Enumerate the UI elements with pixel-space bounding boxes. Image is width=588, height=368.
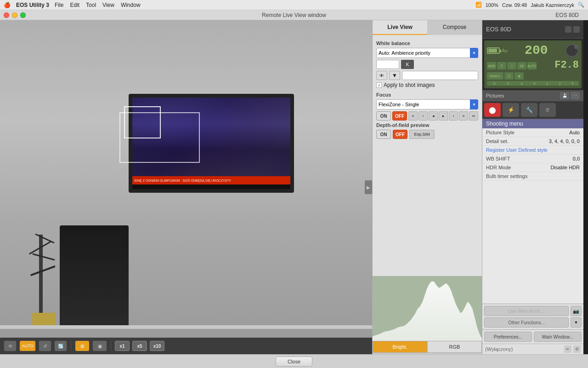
shooting-menu-title: Shooting menu [482, 119, 583, 128]
focus-nav-far-far[interactable]: « [408, 111, 418, 121]
tab-live-view[interactable]: Live View [373, 20, 427, 35]
bulb-row[interactable]: Bulb timer settings [482, 172, 583, 181]
rotate-btn[interactable]: ⟲ [4, 340, 17, 351]
picture-style-row[interactable]: Picture Style Auto [482, 128, 583, 137]
af-icon: □ [507, 62, 516, 69]
focus-off-btn[interactable]: OFF [392, 111, 407, 121]
wb-value-input[interactable] [376, 60, 399, 69]
focus-on-btn[interactable]: ON [376, 111, 391, 121]
flash-btn[interactable]: ⚡ [503, 103, 519, 117]
focus-nav-far[interactable]: ‹ [418, 111, 428, 121]
other-functions-btn[interactable]: Other Functions... [484, 317, 569, 328]
wb-mode-select[interactable]: Auto: Ambience priority [376, 48, 470, 58]
inactive-label: (Wyłączony) ✏ ⚙ [482, 344, 583, 354]
live-view-shoot-btn[interactable]: Live View shoot.... [484, 306, 569, 316]
more-icon[interactable]: ⋯ [571, 92, 580, 99]
wifi-icon: 📶 [475, 2, 482, 8]
zoom-x5-label[interactable]: x5 [132, 341, 147, 351]
battery-icon [487, 47, 500, 54]
close-window-btn[interactable] [4, 12, 9, 18]
wb-shift-label: WB SHIFT [486, 156, 510, 161]
maximize-btn[interactable] [20, 12, 26, 18]
inactive-text: (Wyłączony) [485, 346, 513, 352]
register-row[interactable]: Register User Defined style [482, 146, 583, 155]
zoom-x10-label[interactable]: x10 [150, 341, 164, 351]
menu-file[interactable]: File [55, 2, 63, 8]
edit-icon[interactable]: ✏ [564, 345, 571, 353]
detail-set-label: Detail set. [486, 138, 509, 144]
pictures-bar: Pictures 💾 ⋯ [482, 90, 583, 101]
focus-nav-btns: « ‹ ◂ ▸ › » ∞ [408, 111, 478, 121]
wb-select-row: Auto: Ambience priority ▼ [376, 48, 478, 58]
main-window-btn[interactable]: Main Window... [534, 332, 582, 342]
focus-nav-prev[interactable]: ◂ [429, 111, 438, 121]
close-btn[interactable]: Close [276, 356, 312, 367]
hdr-mode-row[interactable]: HDR Mode Disable HDR [482, 163, 583, 172]
wrench-btn[interactable]: 🔧 [521, 103, 537, 117]
menubar: 🍎 EOS Utility 3 File Edit Tool View Wind… [0, 0, 588, 10]
rgb-btn[interactable]: RGB [427, 341, 482, 353]
histogram-btns: Bright. RGB [373, 341, 482, 353]
camera-header: EOS 80D [482, 20, 583, 39]
sep2 [111, 341, 111, 351]
bulb-label: Bulb timer settings [486, 173, 527, 179]
scroll-right-arrow[interactable]: ▶ [365, 180, 372, 194]
monitor-decoration [60, 225, 129, 327]
menu-edit[interactable]: Edit [70, 2, 79, 8]
wb-shift-row[interactable]: WB SHIFT 0,0 [482, 155, 583, 163]
lcd-icons: AWB ⊙ □ SD AUTO [487, 62, 537, 69]
svg-marker-0 [373, 281, 482, 341]
detail-set-row[interactable]: Detail set. 3, 4, 4, 0, 0, 0 [482, 137, 583, 146]
grid-btn[interactable]: ⊞ [75, 340, 90, 351]
wb-shift-value: 0,0 [573, 156, 580, 161]
control-panel: Live View Compose White balance Auto: Am… [372, 20, 482, 354]
bright-btn[interactable]: Bright. [373, 341, 427, 353]
overlay-btn[interactable]: ▣ [92, 340, 107, 351]
menu-tool[interactable]: Tool [86, 2, 96, 8]
expand-cam-btn[interactable] [573, 26, 580, 33]
refresh-btn[interactable]: 🔃 [54, 340, 67, 351]
wb-k-row: K [376, 60, 478, 69]
lcd-top-row: Av 200 [487, 43, 579, 58]
focus-nav-near-near[interactable]: » [459, 111, 468, 121]
tab-compose[interactable]: Compose [427, 20, 482, 35]
minimize-btn[interactable] [12, 12, 17, 18]
picker-dropdown[interactable]: ▼ [389, 71, 400, 80]
apply-checkbox[interactable]: ✓ [376, 82, 382, 88]
gear-icon[interactable]: ⚙ [573, 345, 581, 353]
timer-btn[interactable]: ⏱ [539, 103, 556, 117]
mode-label: Av [502, 48, 508, 53]
menu-view[interactable]: View [102, 2, 114, 8]
focus-section-label: Focus [376, 92, 478, 98]
wb-k-label: K [401, 60, 414, 69]
focus-nav-next[interactable]: ▸ [439, 111, 448, 121]
focus-nav-stop[interactable]: ∞ [469, 111, 478, 121]
search-icon[interactable]: 🔍 [578, 2, 584, 8]
register-link[interactable]: Register User Defined style [486, 147, 548, 153]
plant-decoration [28, 212, 55, 327]
focus-mode-select[interactable]: FlexiZone - Single [376, 99, 470, 109]
battery-tip [500, 50, 501, 52]
tv-ticker: IDNĘ Z OGNIEM OLIMPIJSKIM · DZIŚ ODBĘDĄ … [132, 176, 290, 184]
wb-picker-row: 👁 ▼ [376, 71, 478, 80]
zoom-x1-label[interactable]: x1 [115, 341, 130, 351]
focus-select-row: FlexiZone - Single ▼ [376, 99, 478, 109]
dof-off-btn[interactable]: OFF [393, 130, 407, 139]
sep1 [71, 341, 71, 351]
dof-on-btn[interactable]: ON [376, 130, 391, 139]
dof-section-label: Depth-of-field preview [376, 122, 478, 128]
eyedropper-btn[interactable]: 👁 [376, 71, 387, 80]
tab-bar: Live View Compose [373, 20, 482, 35]
save-icon[interactable]: 💾 [560, 92, 569, 99]
focus-nav-near[interactable]: › [449, 111, 458, 121]
reset-btn[interactable]: ↺ [39, 340, 51, 351]
minimize-cam-btn[interactable] [565, 26, 571, 33]
live-view-icon-btn[interactable]: 📷 [571, 306, 582, 316]
focus-box-inner [124, 106, 161, 138]
shutter-btn[interactable]: ⬤ [484, 103, 501, 117]
exp-sim-btn[interactable]: Exp.SIM [409, 130, 435, 139]
auto-exposure-btn[interactable]: AUTO [19, 340, 36, 351]
menu-window[interactable]: Window [121, 2, 141, 8]
preferences-btn[interactable]: Preferences... [484, 332, 532, 342]
other-functions-dropdown[interactable]: ▼ [571, 317, 582, 328]
